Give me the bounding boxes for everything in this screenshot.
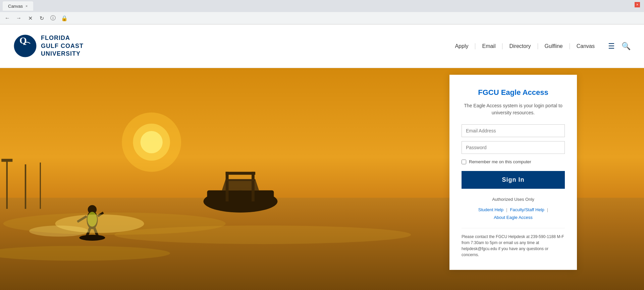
email-input[interactable] <box>462 124 565 137</box>
remember-label: Remember me on this computer <box>469 159 531 164</box>
logo-text: Florida Gulf Coast University <box>41 34 84 58</box>
logo-area[interactable]: Q Florida Gulf Coast University <box>13 34 84 58</box>
svg-point-9 <box>141 131 163 153</box>
header-icons: ☰ 🔍 <box>608 42 631 51</box>
site-header: Q Florida Gulf Coast University Apply Em… <box>0 24 644 68</box>
search-icon[interactable]: 🔍 <box>622 42 631 51</box>
hamburger-icon[interactable]: ☰ <box>608 42 615 51</box>
authorized-text: Authorized Uses Only <box>462 197 565 202</box>
nav-email[interactable]: Email <box>475 43 502 49</box>
browser-tab[interactable]: Canvas × <box>3 1 33 11</box>
svg-rect-11 <box>207 190 274 204</box>
reload-button[interactable]: ↻ <box>37 13 46 23</box>
help-separator-1: | <box>506 207 507 212</box>
logo-line2: Gulf Coast <box>41 42 84 50</box>
svg-rect-14 <box>226 172 255 175</box>
tab-bar: Canvas × × <box>0 0 644 12</box>
tab-title: Canvas <box>8 4 23 9</box>
login-card: FGCU Eagle Access The Eagle Access syste… <box>449 75 577 270</box>
shield-button[interactable]: 🔒 <box>60 13 69 23</box>
logo-line3: University <box>41 50 84 58</box>
svg-text:Q: Q <box>19 35 27 46</box>
fgcu-logo: Q <box>13 34 37 58</box>
svg-marker-16 <box>222 179 259 190</box>
remember-row: Remember me on this computer <box>462 159 565 164</box>
tab-close-button[interactable]: × <box>25 4 28 8</box>
student-help-link[interactable]: Student Help <box>478 207 503 212</box>
nav-directory[interactable]: Directory <box>502 43 538 49</box>
login-title: FGCU Eagle Access <box>462 88 565 97</box>
nav-apply[interactable]: Apply <box>448 43 475 49</box>
window-close-button[interactable]: × <box>635 2 640 7</box>
nav-gulfline[interactable]: Gulfline <box>538 43 570 49</box>
address-bar-row: ← → ✕ ↻ ⓘ 🔒 <box>0 12 644 24</box>
back-button[interactable]: ← <box>3 13 12 23</box>
sign-in-button[interactable]: Sign In <box>462 171 565 189</box>
header-nav: Apply Email Directory Gulfline Canvas <box>448 43 601 49</box>
logo-line1: Florida <box>41 34 84 42</box>
svg-point-5 <box>114 226 411 244</box>
nav-canvas[interactable]: Canvas <box>570 43 601 49</box>
about-link[interactable]: About Eagle Access <box>494 215 533 220</box>
help-separator-2: | <box>547 207 548 212</box>
svg-point-23 <box>79 235 105 241</box>
remember-checkbox[interactable] <box>462 160 466 164</box>
hero-section: FGCU Eagle Access The Eagle Access syste… <box>0 68 644 290</box>
browser-chrome: Canvas × × ← → ✕ ↻ ⓘ 🔒 <box>0 0 644 24</box>
login-subtitle: The Eagle Access system is your login po… <box>462 102 565 116</box>
close-nav-button[interactable]: ✕ <box>25 13 35 23</box>
svg-rect-28 <box>1 159 12 162</box>
svg-point-26 <box>29 226 89 237</box>
help-links: Student Help | Faculty/Staff Help | Abou… <box>462 207 565 220</box>
contact-text: Please contact the FGCU Helpdesk at 239-… <box>462 228 565 258</box>
info-button[interactable]: ⓘ <box>48 13 58 23</box>
password-input[interactable] <box>462 141 565 154</box>
faculty-help-link[interactable]: Faculty/Staff Help <box>510 207 544 212</box>
forward-button[interactable]: → <box>14 13 23 23</box>
